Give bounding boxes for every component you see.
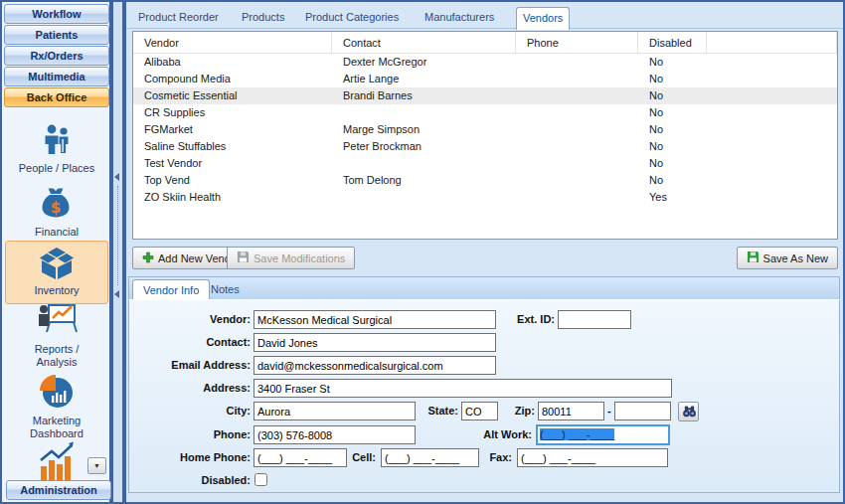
tab-vendors[interactable]: Vendors [516, 7, 570, 30]
address-field[interactable] [254, 379, 672, 398]
zip4-field[interactable] [614, 402, 671, 420]
ext-id-label: Ext. ID: [460, 310, 555, 329]
sidebar-item-label: Marketing [2, 415, 111, 427]
sidebar: Workflow Patients Rx/Orders Multimedia B… [2, 2, 111, 502]
state-label: State: [419, 402, 458, 420]
save-as-new-button[interactable]: Save As New [737, 247, 838, 269]
email-label: Email Address: [129, 356, 251, 375]
table-row[interactable]: Test Vendor No [133, 155, 837, 172]
ext-id-field[interactable] [558, 310, 631, 329]
sidebar-item-label: People / Places [2, 162, 111, 175]
sidebar-item-multimedia[interactable]: Multimedia [4, 67, 109, 86]
sidebar-item-label: Inventory [6, 284, 107, 297]
email-field[interactable] [254, 356, 496, 375]
sidebar-item-back-office[interactable]: Back Office [4, 87, 109, 107]
detail-tabbar: Vendor Info Notes [128, 276, 840, 299]
column-header-contact[interactable]: Contact [332, 32, 516, 53]
tab-vendor-info[interactable]: Vendor Info [132, 279, 210, 300]
chevron-down-icon: ▼ [93, 462, 100, 469]
vendor-table: Vendor Contact Phone Disabled Alibaba De… [132, 31, 838, 240]
collapse-left-icon[interactable] [114, 290, 119, 298]
inventory-box-icon [6, 246, 107, 281]
sidebar-item-administration[interactable]: Administration [6, 480, 111, 500]
home-phone-label: Home Phone: [129, 448, 251, 467]
table-row[interactable]: CR Supplies No [133, 104, 837, 121]
sidebar-item-inventory[interactable]: Inventory [5, 241, 108, 304]
tab-manufacturers[interactable]: Manufacturers [419, 7, 500, 29]
inventory-tabbar: Product Reorder Products Product Categor… [126, 2, 843, 29]
reports-icon [2, 300, 111, 340]
zip-lookup-button[interactable] [678, 402, 699, 421]
tab-product-reorder[interactable]: Product Reorder [132, 7, 225, 29]
chart-dropdown-button[interactable]: ▼ [87, 457, 106, 474]
table-row[interactable]: Saline Stuffables Peter Brockman No [133, 138, 837, 155]
cell-field[interactable] [381, 448, 479, 467]
pie-chart-icon [2, 372, 111, 412]
disabled-checkbox[interactable] [254, 473, 267, 486]
sidebar-item-marketing-dashboard[interactable]: Marketing Dashboard [2, 372, 111, 440]
main-content: Product Reorder Products Product Categor… [126, 2, 843, 502]
zip-separator: - [607, 402, 611, 420]
home-phone-field[interactable] [254, 448, 347, 467]
sidebar-item-reports-analysis[interactable]: Reports / Analysis [2, 300, 111, 369]
zip-label: Zip: [505, 402, 535, 420]
collapse-left-icon[interactable] [114, 173, 119, 181]
table-row[interactable]: Compound Media Artie Lange No [133, 71, 837, 87]
sidebar-splitter[interactable] [113, 2, 124, 502]
sidebar-item-people-places[interactable]: People / Places [2, 121, 111, 175]
table-row[interactable]: FGMarket Marge Simpson No [133, 121, 837, 138]
selected-text: (___) ___-____ [540, 428, 614, 440]
contact-label: Contact: [129, 333, 251, 352]
fax-field[interactable] [517, 448, 668, 467]
fax-label: Fax: [472, 448, 512, 467]
zip-field[interactable] [538, 402, 604, 420]
state-field[interactable] [461, 402, 498, 420]
table-row[interactable]: ZO Skiin Health Yes [133, 189, 837, 206]
address-label: Address: [129, 379, 251, 398]
cell-label: Cell: [336, 448, 376, 467]
people-icon [2, 121, 111, 159]
tab-notes[interactable]: Notes [201, 279, 250, 300]
save-icon [747, 251, 760, 265]
phone-field[interactable] [254, 425, 416, 444]
table-row[interactable]: Top Vend Tom Delong No [133, 172, 837, 189]
alt-work-field[interactable]: (___) ___-____ [536, 424, 670, 445]
column-header-phone[interactable]: Phone [516, 32, 638, 53]
save-icon [237, 251, 250, 265]
alt-work-label: Alt Work: [427, 425, 532, 444]
city-label: City: [129, 402, 251, 420]
sidebar-item-label: Financial [2, 226, 111, 239]
tab-products[interactable]: Products [236, 7, 290, 29]
table-row[interactable]: Alibaba Dexter McGregor No [133, 54, 837, 71]
sidebar-item-label: Dashboard [2, 427, 111, 440]
application-window: Workflow Patients Rx/Orders Multimedia B… [0, 0, 845, 504]
save-modifications-button[interactable]: Save Modifications [227, 247, 355, 269]
sidebar-item-rx-orders[interactable]: Rx/Orders [4, 46, 109, 66]
sidebar-item-workflow[interactable]: Workflow [4, 4, 109, 24]
splitter-handle[interactable] [117, 186, 118, 285]
disabled-label: Disabled: [129, 471, 251, 490]
sidebar-item-patients[interactable]: Patients [4, 25, 109, 45]
vendor-label: Vendor: [129, 310, 251, 329]
contact-field[interactable] [254, 333, 496, 352]
sidebar-item-label: Analysis [2, 356, 111, 369]
svg-text:$: $ [51, 199, 61, 217]
money-bag-icon: $ [2, 185, 111, 223]
phone-label: Phone: [129, 425, 251, 444]
sidebar-item-financial[interactable]: $ Financial [2, 185, 111, 239]
plus-icon [142, 252, 154, 265]
tab-product-categories[interactable]: Product Categories [299, 7, 405, 29]
binoculars-icon [682, 406, 697, 420]
column-header-vendor[interactable]: Vendor [133, 32, 332, 53]
sidebar-item-label: Reports / [2, 343, 111, 356]
column-header-disabled[interactable]: Disabled [638, 32, 707, 53]
vendor-table-header: Vendor Contact Phone Disabled [133, 32, 837, 54]
table-row-selected[interactable]: Cosmetic Essential Brandi Barnes No [133, 87, 837, 104]
vendor-info-form: Vendor: Ext. ID: Contact: Email Address:… [128, 299, 840, 493]
city-field[interactable] [254, 402, 416, 420]
